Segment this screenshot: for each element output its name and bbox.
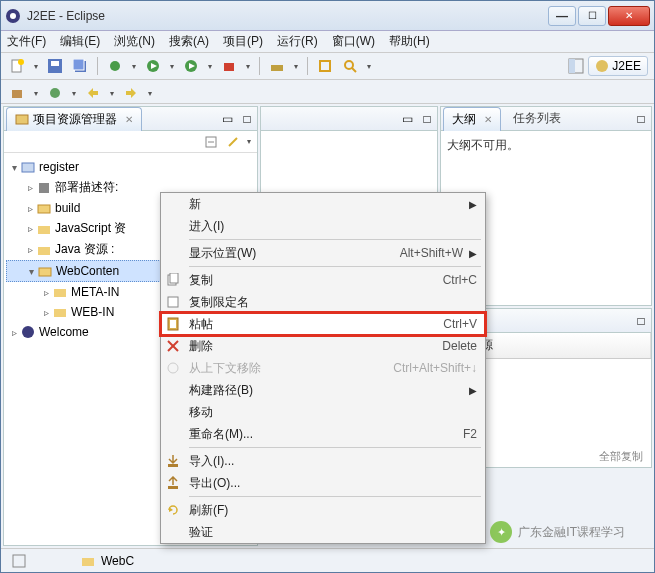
maximize-view-icon[interactable]: □ <box>417 109 437 129</box>
svg-rect-36 <box>13 555 25 567</box>
status-bar: WebC <box>1 548 654 572</box>
dropdown-icon[interactable]: ▾ <box>206 62 214 71</box>
link-editor-icon[interactable] <box>223 132 243 152</box>
perspective-j2ee[interactable]: J2EE <box>588 56 648 76</box>
menu-run[interactable]: 运行(R) <box>277 33 318 50</box>
tab-label: 项目资源管理器 <box>33 111 117 128</box>
copy-qn-icon <box>165 294 181 310</box>
dropdown-icon[interactable]: ▾ <box>244 62 252 71</box>
menu-file[interactable]: 文件(F) <box>7 33 46 50</box>
close-tab-icon[interactable]: ✕ <box>484 114 492 125</box>
menu-search[interactable]: 搜索(A) <box>169 33 209 50</box>
menu-navigate[interactable]: 浏览(N) <box>114 33 155 50</box>
window-title: J2EE - Eclipse <box>27 9 548 23</box>
js-icon <box>36 221 52 237</box>
collapse-all-icon[interactable] <box>201 132 221 152</box>
run-last-icon[interactable] <box>181 56 201 76</box>
title-bar: J2EE - Eclipse — ☐ ✕ <box>1 1 654 31</box>
search-icon[interactable] <box>340 56 360 76</box>
dropdown-icon[interactable]: ▾ <box>108 89 116 98</box>
open-type-icon[interactable] <box>315 56 335 76</box>
minimize-view-icon[interactable]: ▭ <box>397 109 417 129</box>
new-server-icon[interactable] <box>267 56 287 76</box>
minimize-button[interactable]: — <box>548 6 576 26</box>
ctx-show-in[interactable]: 显示位置(W)Alt+Shift+W▶ <box>161 242 485 264</box>
svg-point-8 <box>110 61 120 71</box>
ctx-validate[interactable]: 验证 <box>161 521 485 543</box>
svg-rect-23 <box>16 115 28 124</box>
ctx-new[interactable]: 新▶ <box>161 193 485 215</box>
ctx-into[interactable]: 进入(I) <box>161 215 485 237</box>
dropdown-icon[interactable]: ▾ <box>146 89 154 98</box>
context-menu: 新▶ 进入(I) 显示位置(W)Alt+Shift+W▶ 复制Ctrl+C 复制… <box>160 192 486 544</box>
ctx-remove-context[interactable]: 从上下文移除Ctrl+Alt+Shift+↓ <box>161 357 485 379</box>
watermark: ✦ 广东金融IT课程学习 <box>490 521 625 543</box>
dropdown-icon[interactable]: ▾ <box>32 62 40 71</box>
dropdown-icon[interactable]: ▾ <box>130 62 138 71</box>
maximize-button[interactable]: ☐ <box>578 6 606 26</box>
svg-rect-42 <box>170 320 176 328</box>
new-icon[interactable] <box>7 56 27 76</box>
ctx-copy[interactable]: 复制Ctrl+C <box>161 269 485 291</box>
tree-item-register[interactable]: ▾register <box>6 157 255 177</box>
perspective-label: J2EE <box>612 59 641 73</box>
svg-line-17 <box>352 68 356 72</box>
ctx-move[interactable]: 移动 <box>161 401 485 423</box>
view-menu-icon[interactable]: ▾ <box>245 137 253 146</box>
svg-rect-13 <box>224 63 234 71</box>
ctx-export[interactable]: 导出(O)... <box>161 472 485 494</box>
nav-icon[interactable] <box>83 83 103 103</box>
ctx-rename[interactable]: 重命名(M)...F2 <box>161 423 485 445</box>
wechat-icon: ✦ <box>490 521 512 543</box>
debug-icon[interactable] <box>105 56 125 76</box>
type-icon[interactable] <box>45 83 65 103</box>
maximize-view-icon[interactable]: □ <box>631 109 651 129</box>
ctx-import[interactable]: 导入(I)... <box>161 450 485 472</box>
package-icon[interactable] <box>7 83 27 103</box>
svg-rect-39 <box>170 273 178 283</box>
nav-fwd-icon[interactable] <box>121 83 141 103</box>
svg-point-20 <box>596 60 608 72</box>
ctx-copy-qn[interactable]: 复制限定名 <box>161 291 485 313</box>
menu-help[interactable]: 帮助(H) <box>389 33 430 50</box>
svg-rect-40 <box>168 297 178 307</box>
minimize-view-icon[interactable]: ▭ <box>217 109 237 129</box>
paste-icon <box>165 316 181 332</box>
folder-icon <box>36 200 52 216</box>
ctx-refresh[interactable]: 刷新(F) <box>161 499 485 521</box>
svg-rect-19 <box>569 59 575 73</box>
save-all-icon[interactable] <box>70 56 90 76</box>
close-tab-icon[interactable]: ✕ <box>125 114 133 125</box>
open-perspective-icon[interactable] <box>566 56 586 76</box>
dropdown-icon[interactable]: ▾ <box>365 62 373 71</box>
refresh-icon <box>165 502 181 518</box>
run-icon[interactable] <box>143 56 163 76</box>
maximize-view-icon[interactable]: □ <box>237 109 257 129</box>
folder-icon <box>52 284 68 300</box>
svg-point-22 <box>50 88 60 98</box>
maximize-view-icon[interactable]: □ <box>631 311 651 331</box>
ctx-build-path[interactable]: 构建路径(B)▶ <box>161 379 485 401</box>
save-icon[interactable] <box>45 56 65 76</box>
project-explorer-tab[interactable]: 项目资源管理器 ✕ <box>6 107 142 131</box>
ctx-delete[interactable]: 删除Delete <box>161 335 485 357</box>
dropdown-icon[interactable]: ▾ <box>168 62 176 71</box>
svg-point-45 <box>168 363 178 373</box>
show-view-icon[interactable] <box>9 551 29 571</box>
ctx-paste[interactable]: 粘帖Ctrl+V <box>161 313 485 335</box>
column-resource[interactable]: 资源 <box>461 333 651 358</box>
import-icon <box>165 453 181 469</box>
status-text: WebC <box>101 554 134 568</box>
dropdown-icon[interactable]: ▾ <box>292 62 300 71</box>
dropdown-icon[interactable]: ▾ <box>70 89 78 98</box>
menu-window[interactable]: 窗口(W) <box>332 33 375 50</box>
outline-tab[interactable]: 大纲✕ <box>443 107 501 131</box>
menu-edit[interactable]: 编辑(E) <box>60 33 100 50</box>
tasklist-tab[interactable]: 任务列表 <box>505 107 569 130</box>
menu-project[interactable]: 项目(P) <box>223 33 263 50</box>
export-icon <box>165 475 181 491</box>
dropdown-icon[interactable]: ▾ <box>32 89 40 98</box>
svg-rect-33 <box>54 309 66 317</box>
ext-tools-icon[interactable] <box>219 56 239 76</box>
close-button[interactable]: ✕ <box>608 6 650 26</box>
